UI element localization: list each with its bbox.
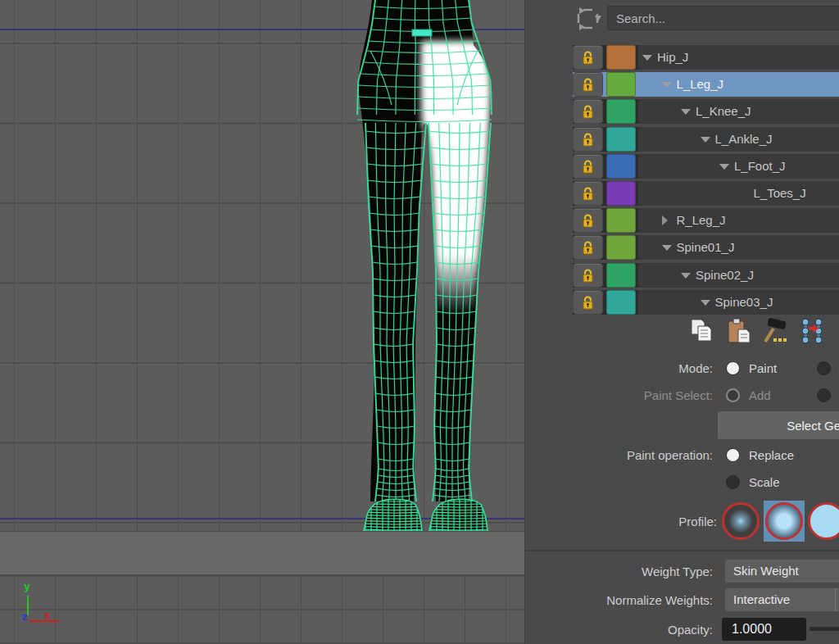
paint-skin-weights-window: y z x Hip_JL_Leg_JL_Knee_JL_Ankle_JL_Foo…	[0, 0, 839, 644]
influence-color-swatch[interactable]	[606, 208, 636, 233]
joint-label: L_Ankle_J	[715, 127, 773, 152]
lock-button[interactable]	[573, 181, 603, 206]
expand-open-icon[interactable]	[681, 109, 691, 115]
padlock-icon	[582, 160, 594, 174]
expand-closed-icon[interactable]	[662, 215, 668, 225]
joint-row-L_Foot_J[interactable]: L_Foot_J	[573, 154, 839, 179]
joint-row-Spine03_J[interactable]: Spine03_J	[573, 290, 839, 315]
weight-type-dropdown[interactable]: Skin Weight	[725, 560, 839, 583]
paint-operation-scale-radio[interactable]	[726, 475, 740, 489]
influence-color-swatch[interactable]	[606, 235, 636, 260]
move-weights-icon[interactable]	[798, 318, 826, 344]
mode-label: Mode:	[678, 361, 713, 375]
joint-row-L_Ankle_J[interactable]: L_Ankle_J	[573, 127, 839, 152]
joint-row-Spine01_J[interactable]: Spine01_J	[573, 235, 839, 260]
hammer-weights-icon[interactable]	[761, 318, 789, 344]
joint-name-cell[interactable]: Spine02_J	[638, 263, 839, 288]
joint-name-cell[interactable]: R_Leg_J	[638, 208, 839, 233]
influence-color-swatch[interactable]	[606, 181, 636, 206]
joint-name-cell[interactable]: L_Leg_J	[638, 72, 839, 97]
joint-row-R_Leg_J[interactable]: R_Leg_J	[573, 208, 839, 233]
lock-button[interactable]	[573, 45, 603, 70]
mode-paint-label[interactable]: Paint	[749, 361, 777, 375]
paint-select-add-label[interactable]: Add	[749, 388, 771, 402]
influence-color-swatch[interactable]	[606, 99, 636, 124]
opacity-slider[interactable]	[810, 627, 839, 631]
search-input[interactable]	[607, 6, 839, 30]
lock-button[interactable]	[573, 99, 603, 124]
padlock-icon	[582, 51, 594, 65]
lock-button[interactable]	[573, 72, 603, 97]
padlock-icon	[582, 187, 594, 201]
copy-weights-icon[interactable]	[687, 318, 715, 344]
lock-button[interactable]	[573, 154, 603, 179]
joint-name-cell[interactable]: Hip_J	[638, 45, 839, 70]
selection-filter-icon[interactable]	[573, 7, 602, 31]
expand-open-icon[interactable]	[701, 300, 710, 306]
viewport-bottom-view[interactable]: y z x	[0, 575, 524, 644]
padlock-icon	[582, 296, 594, 310]
character-leg-mesh[interactable]	[0, 0, 524, 531]
joint-row-L_Leg_J[interactable]: L_Leg_J	[573, 72, 839, 97]
paint-select-second-radio[interactable]	[817, 388, 831, 402]
paint-operation-label: Paint operation:	[627, 448, 713, 462]
joint-row-Hip_J[interactable]: Hip_J	[573, 45, 839, 70]
3d-viewport[interactable]: y z x	[0, 0, 524, 644]
opacity-input[interactable]: 1.0000	[722, 618, 806, 641]
joint-row-L_Toes_J[interactable]: L_Toes_J	[573, 181, 839, 206]
lock-button[interactable]	[573, 263, 603, 288]
influence-color-swatch[interactable]	[606, 263, 636, 288]
grid-axis-line-upper	[0, 29, 524, 30]
section-divider	[525, 550, 839, 551]
influence-color-swatch[interactable]	[606, 45, 636, 70]
normalize-weights-dropdown[interactable]: Interactive	[725, 588, 839, 611]
expand-open-icon[interactable]	[662, 245, 672, 251]
joint-name-cell[interactable]: L_Toes_J	[638, 181, 839, 206]
paint-operation-replace-radio[interactable]	[726, 448, 740, 462]
lock-button[interactable]	[573, 235, 603, 260]
influence-color-swatch[interactable]	[606, 154, 636, 179]
dropdown-arrow-divider	[835, 588, 836, 611]
expand-open-icon[interactable]	[642, 55, 652, 61]
paint-operation-scale-label[interactable]: Scale	[749, 475, 780, 489]
mode-select-radio[interactable]	[817, 361, 831, 375]
influence-color-swatch[interactable]	[606, 290, 636, 315]
expand-open-icon[interactable]	[662, 82, 672, 88]
expand-open-icon[interactable]	[681, 273, 691, 279]
joint-name-cell[interactable]: Spine03_J	[638, 290, 839, 315]
soft-brush-selected-box[interactable]	[764, 501, 805, 542]
lock-button[interactable]	[573, 127, 603, 152]
padlock-icon	[582, 269, 594, 283]
viewport-front-view[interactable]	[0, 0, 524, 531]
joint-label: Spine02_J	[696, 263, 754, 288]
select-geometry-button[interactable]: Select Geometry	[718, 411, 839, 439]
joint-row-L_Knee_J[interactable]: L_Knee_J	[573, 99, 839, 124]
padlock-icon	[582, 133, 594, 147]
paste-weights-icon[interactable]	[725, 318, 753, 344]
expand-open-icon[interactable]	[701, 137, 710, 143]
lock-button[interactable]	[573, 290, 603, 315]
joint-name-cell[interactable]: Spine01_J	[638, 235, 839, 260]
gaussian-brush[interactable]	[722, 502, 760, 540]
solid-brush[interactable]	[808, 502, 839, 540]
padlock-icon	[582, 241, 594, 255]
paint-select-add-radio[interactable]	[726, 388, 740, 402]
influence-color-swatch[interactable]	[606, 127, 636, 152]
joint-name-cell[interactable]: L_Knee_J	[638, 99, 839, 124]
lock-button[interactable]	[573, 208, 603, 233]
mode-paint-radio[interactable]	[726, 361, 740, 375]
weight-type-label: Weight Type:	[642, 565, 713, 578]
joint-label: L_Knee_J	[696, 99, 751, 124]
joint-name-cell[interactable]: L_Foot_J	[638, 154, 839, 179]
joint-name-cell[interactable]: L_Ankle_J	[638, 127, 839, 152]
joint-row-Spine02_J[interactable]: Spine02_J	[573, 263, 839, 288]
paint-select-label: Paint Select:	[644, 388, 713, 402]
normalize-weights-label: Normalize Weights:	[606, 593, 713, 607]
soft-brush[interactable]	[765, 502, 803, 540]
influence-color-swatch[interactable]	[606, 72, 636, 97]
expand-open-icon[interactable]	[719, 164, 729, 170]
paint-operation-replace-label[interactable]: Replace	[749, 448, 794, 462]
viewport-splitter[interactable]	[0, 531, 524, 575]
joint-label: L_Leg_J	[677, 72, 724, 97]
axis-y-label: y	[24, 580, 30, 592]
